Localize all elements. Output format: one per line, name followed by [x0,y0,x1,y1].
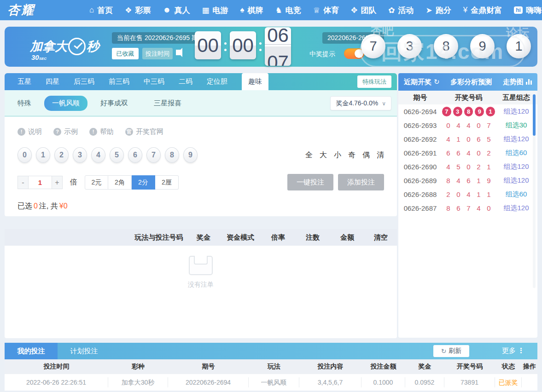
draw-numbers: 66402 [442,149,495,157]
nav-item-live[interactable]: ☻真人 [163,5,190,16]
draw-numbers: 73891 [442,107,495,116]
pattern-link[interactable]: 组选120 [495,176,537,185]
slot-machine-icon: ▦ [202,6,209,15]
result-ball: 7 [361,34,385,58]
draw-issue: 0626-2692 [398,135,442,143]
add-bet-button[interactable]: 添加投注 [338,174,384,190]
tab-trend-chart[interactable]: 走势图 [503,78,532,86]
pick-number-5[interactable]: 5 [110,147,124,163]
bonus-dropdown[interactable]: 奖金4.76-0.0% ∨ [330,96,391,110]
filter-small[interactable]: 小 [334,150,341,160]
nav-item-cards[interactable]: ♠棋牌 [240,5,263,16]
bet-panel: 五星 四星 后三码 前三码 中三码 二码 定位胆 趣味 特殊玩法 特殊 一帆风顺… [5,73,397,338]
win-tip-label: 中奖提示 [309,50,335,58]
multiplier-minus-button[interactable]: - [17,176,29,189]
nav-item-promos[interactable]: ✿活动 [388,5,414,16]
tab-erma[interactable]: 二码 [179,73,192,90]
tab-zhongsanma[interactable]: 中三码 [144,73,164,90]
nav-item-home[interactable]: ⌂首页 [89,5,113,16]
pick-number-2[interactable]: 2 [54,147,69,163]
official-site-link[interactable]: 官开奖官网 [125,127,163,136]
draw-issue: 0626-2690 [398,163,442,171]
tab-analysis[interactable]: 多彩分析预测 [450,78,492,86]
unit-li[interactable]: 2厘 [155,175,179,190]
pattern-link[interactable]: 组选60 [495,149,537,157]
pick-number-6[interactable]: 6 [128,147,142,163]
hi-icon: hi [514,6,523,14]
filter-big[interactable]: 大 [320,150,327,160]
colon-dots [259,42,262,51]
help-links: !说明 ?示例 !帮助 官开奖官网 [5,116,397,136]
quick-filters: 全 大 小 奇 偶 清 [305,150,384,160]
help-link[interactable]: !帮助 [89,127,114,136]
refresh-button[interactable]: ↻刷新 [433,345,469,357]
filter-odd[interactable]: 奇 [348,150,356,160]
pick-number-8[interactable]: 8 [165,147,179,163]
number-picker: 0 1 2 3 4 5 6 7 8 9 全 大 小 奇 偶 清 [5,136,397,163]
help-icon: ! [89,128,97,136]
nav-item-egames[interactable]: ▦电游 [202,5,228,16]
vertical-dots-icon: ⋮ [518,346,525,354]
recent-draws-panel: 近期开奖↻ 多彩分析预测 走势图 期号 开奖号码 五星组态 0626-2694 … [398,73,537,338]
tab-my-bets[interactable]: 我的投注 [5,343,58,359]
tab-qiansanma[interactable]: 前三码 [109,73,129,90]
tab-quwei[interactable]: 趣味 [242,73,268,90]
bet-time-button[interactable]: 投注时间 [142,48,173,59]
bet-content: 3,4,5,6,7 [299,377,361,387]
example-link[interactable]: ?示例 [53,127,78,136]
favorite-button[interactable]: 已收藏 [112,48,139,59]
nav-item-wealth[interactable]: ¥金鼎财富 [463,5,502,16]
pattern-link[interactable]: 组选60 [495,190,537,199]
subtab-sanxingbaoxi[interactable]: 三星报喜 [154,99,181,108]
unit-yuan[interactable]: 2元 [85,175,108,190]
result-ball: 9 [470,34,495,58]
pattern-link[interactable]: 组选120 [495,107,537,116]
subtab-haoshichengshuang[interactable]: 好事成双 [100,99,128,108]
pick-number-7[interactable]: 7 [146,147,161,163]
pattern-link[interactable]: 组选120 [495,135,537,144]
draw-row: 0626-2690 45021 组选120 [398,160,537,173]
filter-even[interactable]: 偶 [362,150,370,160]
more-link[interactable]: 更多⋮ [502,346,525,355]
nav-item-team[interactable]: ✥团队 [351,5,376,16]
quick-bet-button[interactable]: 一键投注 [287,174,333,190]
pick-number-9[interactable]: 9 [183,147,198,163]
multiplier-plus-button[interactable]: + [52,176,63,189]
countdown-hours: 00 [195,31,221,59]
tab-housanma[interactable]: 后三码 [74,73,94,90]
tab-recent-draws[interactable]: 近期开奖↻ [404,78,440,86]
unit-jiao[interactable]: 2角 [108,175,132,190]
pattern-link[interactable]: 组选120 [495,204,537,213]
tab-plan-bets[interactable]: 计划投注 [58,343,111,359]
pattern-link[interactable]: 组选30 [495,121,537,130]
subtab-teshu[interactable]: 特殊 [17,99,31,108]
nav-item-sports[interactable]: ♕体育 [313,5,339,16]
clear-all-column[interactable]: 清空 [365,233,397,242]
unit-fen[interactable]: 2分 [132,175,155,190]
pick-number-4[interactable]: 4 [91,147,105,163]
draw-issue: 0626-2694 [398,108,442,115]
tab-sixing[interactable]: 四星 [46,73,59,90]
trophy-icon: ♕ [313,6,320,15]
multiplier-input[interactable]: 1 [29,176,52,189]
pick-number-3[interactable]: 3 [73,147,87,163]
filter-clear[interactable]: 清 [377,150,384,160]
sidebar-scrollbar-thumb[interactable] [533,94,536,136]
draw-issue: 0626-2687 [398,204,442,212]
filter-all[interactable]: 全 [305,150,313,160]
pick-number-1[interactable]: 1 [36,147,50,163]
speaker-icon[interactable] [176,50,181,55]
special-play-button[interactable]: 特殊玩法 [357,75,391,88]
pick-number-0[interactable]: 0 [17,147,32,163]
instructions-link[interactable]: !说明 [17,127,42,136]
nav-item-lottery[interactable]: ❖彩票 [125,5,151,16]
pattern-link[interactable]: 组选120 [495,162,537,171]
nav-item-paofen[interactable]: ➤跑分 [426,5,451,16]
site-logo[interactable]: 杏耀 [7,2,35,18]
nav-item-esports[interactable]: ♞电竞 [275,5,301,16]
nav-item-hi[interactable]: hi嗨嗨 [514,5,542,16]
draw-numbers: 86740 [442,204,495,212]
tab-dingweidan[interactable]: 定位胆 [207,73,227,90]
subtab-yifanfengshun[interactable]: 一帆风顺 [44,96,87,111]
tab-wuxing[interactable]: 五星 [17,73,31,90]
